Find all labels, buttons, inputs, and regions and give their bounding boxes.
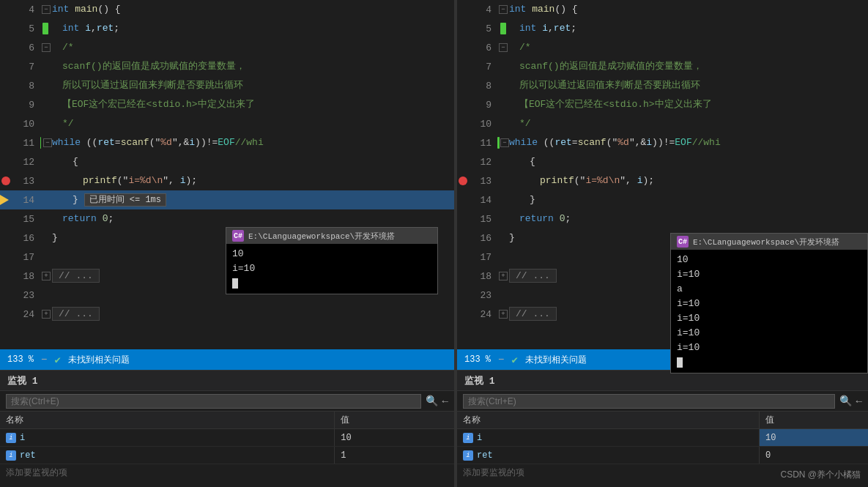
left-terminal-popup: C# E:\CLanguageworkspace\开发环境搭 10 i=10	[226, 227, 438, 294]
code-line-left-14: 14 } 已用时间 <= 1ms	[0, 190, 454, 209]
left-watch-header: 名称 值	[0, 412, 454, 429]
right-code-content-13: printf("i=%d\n", i);	[509, 171, 868, 190]
right-terminal-line-5: i=10	[677, 311, 861, 326]
left-col-name: 名称	[0, 412, 335, 428]
right-fold-plus-24[interactable]: +	[499, 310, 508, 319]
line-gutter-6: 6	[0, 42, 40, 53]
fold-minus-6[interactable]: −	[42, 43, 51, 52]
right-zoom[interactable]: 133 %	[464, 354, 491, 365]
right-fold-minus-6[interactable]: −	[499, 43, 508, 52]
left-code-area: 4 − int main() { 5	[0, 0, 454, 349]
left-watch-row-i[interactable]: i i 10	[0, 429, 454, 447]
left-terminal-cursor	[232, 278, 238, 289]
code-line-left-8: 8 所以可以通过返回值来判断是否要跳出循环	[0, 76, 454, 95]
line-gutter-24: 24	[0, 309, 40, 320]
right-fold-plus-18[interactable]: +	[499, 272, 508, 280]
right-watch-icon-ret: i	[463, 450, 473, 461]
left-col-value: 值	[335, 412, 454, 428]
code-line-content-8: 所以可以通过返回值来判断是否要跳出循环	[52, 76, 454, 95]
left-terminal-line-1: 10	[232, 247, 431, 261]
left-watch-row-ret[interactable]: i ret 1	[0, 447, 454, 464]
right-line-gutter-4: 4	[457, 4, 497, 15]
code-line-right-7: 7 scanf()的返回值是成功赋值的变量数量，	[457, 57, 868, 76]
code-line-left-10: 10 */	[0, 114, 454, 133]
code-line-right-9: 9 【EOF这个宏已经在<stdio.h>中定义出来了	[457, 95, 868, 114]
right-back-btn[interactable]: ←	[856, 395, 862, 407]
main-container: 4 − int main() { 5	[0, 0, 868, 487]
right-terminal-line-1: 10	[677, 253, 861, 267]
right-col-name: 名称	[457, 412, 760, 428]
right-code-content-9: 【EOF这个宏已经在<stdio.h>中定义出来了	[509, 95, 868, 114]
left-watch-icon-ret: i	[6, 450, 16, 461]
right-watch-search: 🔍 ←	[457, 391, 868, 412]
right-code-content-7: scanf()的返回值是成功赋值的变量数量，	[509, 57, 868, 76]
right-line-gutter-15: 15	[457, 214, 497, 225]
left-watch-table: i i 10 i ret 1 添加要监视的项	[0, 429, 454, 487]
left-watch-icon-i: i	[6, 433, 16, 443]
right-fold-minus-11[interactable]: −	[500, 138, 509, 147]
right-terminal-line-cursor	[677, 355, 861, 370]
code-line-right-4: 4 − int main() {	[457, 0, 868, 19]
fold-plus-18[interactable]: +	[42, 272, 51, 280]
code-line-content-5: int i,ret;	[52, 19, 454, 38]
right-terminal-body: 10 i=10 a i=10 i=10 i=10 i=10	[671, 250, 867, 373]
execution-arrow-14	[0, 195, 9, 205]
left-watch-val-ret: 1	[335, 447, 454, 464]
left-terminal-line-2: i=10	[232, 261, 431, 276]
right-watch-row-i[interactable]: i i 10	[457, 429, 868, 447]
code-line-left-6: 6 − /*	[0, 38, 454, 57]
right-watch-row-ret[interactable]: i ret 0	[457, 447, 868, 464]
fold-minus-4[interactable]: −	[42, 5, 51, 14]
code-line-right-11: 11 − while ((ret=scanf("%d",&i))!=EOF//w…	[457, 133, 868, 152]
fold-minus-11[interactable]: −	[43, 138, 52, 147]
right-code-content-15: return 0;	[509, 209, 868, 228]
right-terminal-popup: C# E:\CLanguageworkspace\开发环境搭 10 i=10 a…	[670, 233, 868, 373]
left-back-btn[interactable]: ←	[442, 395, 448, 407]
line-gutter-8: 8	[0, 81, 40, 92]
fold-plus-24[interactable]: +	[42, 310, 51, 319]
right-watch-icon-i: i	[463, 433, 473, 443]
left-add-watch[interactable]: 添加要监视的项	[0, 464, 454, 482]
right-line-gutter-23: 23	[457, 290, 497, 301]
right-status-text: 未找到相关问题	[525, 354, 587, 366]
right-line-gutter-5: 5	[457, 23, 497, 34]
line-gutter-7: 7	[0, 62, 40, 73]
left-zoom[interactable]: 133 %	[7, 354, 34, 365]
code-line-left-4: 4 − int main() {	[0, 0, 454, 19]
line-gutter-5: 5	[0, 23, 40, 34]
left-search-input[interactable]	[6, 394, 421, 409]
code-line-right-5: 5 int i,ret;	[457, 19, 868, 38]
right-fold-minus-4[interactable]: −	[499, 5, 508, 14]
line-gutter-9: 9	[0, 100, 40, 111]
left-search-btn[interactable]: 🔍	[426, 395, 438, 407]
left-terminal-c-icon: C#	[232, 230, 244, 242]
right-search-input[interactable]	[463, 394, 835, 409]
line-gutter-11: 11	[0, 138, 40, 149]
right-search-btn[interactable]: 🔍	[839, 395, 852, 407]
code-line-right-14: 14 }	[457, 190, 868, 209]
line-gutter-17: 17	[0, 252, 40, 263]
code-line-left-9: 9 【EOF这个宏已经在<stdio.h>中定义出来了	[0, 95, 454, 114]
right-terminal-line-3: a	[677, 282, 861, 297]
right-line-gutter-17: 17	[457, 252, 497, 263]
code-line-left-24: 24 + // ...	[0, 305, 454, 324]
left-watch-val-i: 10	[335, 429, 454, 446]
right-line-gutter-9: 9	[457, 100, 497, 111]
code-line-right-15: 15 return 0;	[457, 209, 868, 228]
right-line-gutter-12: 12	[457, 157, 497, 168]
right-terminal-line-4: i=10	[677, 297, 861, 311]
right-terminal-line-7: i=10	[677, 341, 861, 355]
code-line-content-24: // ...	[52, 305, 454, 324]
right-terminal-line-6: i=10	[677, 326, 861, 341]
right-code-content-12: {	[509, 152, 868, 171]
right-watch-name-i: i i	[457, 429, 760, 446]
left-watch-name-i: i i	[0, 429, 335, 446]
left-terminal-titlebar: C# E:\CLanguageworkspace\开发环境搭	[226, 228, 437, 244]
right-code-content-11: while ((ret=scanf("%d",&i))!=EOF//whi	[509, 133, 868, 152]
code-line-content-15: return 0;	[52, 209, 454, 228]
line-gutter-4: 4	[0, 4, 40, 15]
code-line-left-7: 7 scanf()的返回值是成功赋值的变量数量，	[0, 57, 454, 76]
right-watch-val-ret: 0	[760, 447, 868, 464]
code-line-content-14: } 已用时间 <= 1ms	[52, 190, 454, 209]
right-code-content-14: }	[509, 190, 868, 209]
